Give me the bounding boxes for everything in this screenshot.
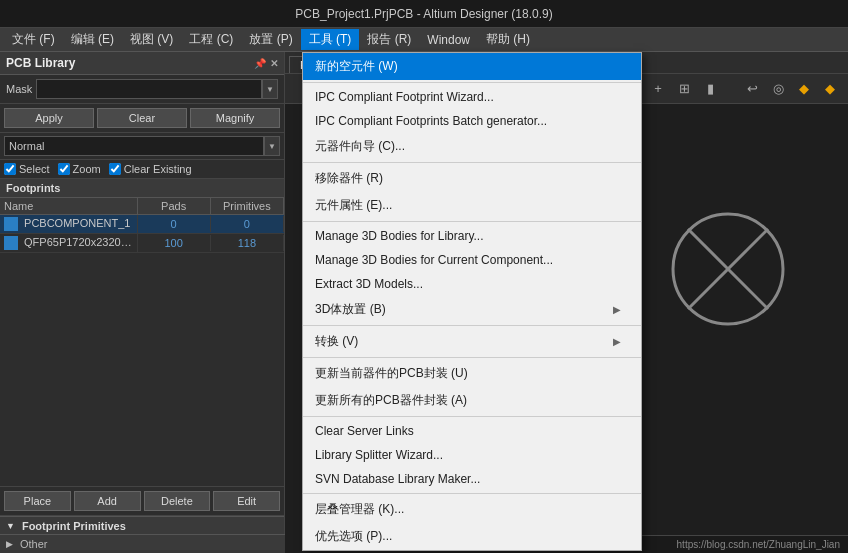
menu-tools[interactable]: 工具 (T) bbox=[301, 29, 360, 50]
drop-item-manage-3d-current[interactable]: Manage 3D Bodies for Current Component..… bbox=[303, 248, 641, 272]
pin-icon[interactable]: 📌 bbox=[254, 58, 266, 69]
drop-item-ipc-batch[interactable]: IPC Compliant Footprints Batch generator… bbox=[303, 109, 641, 133]
tools-dropdown-menu[interactable]: 新的空元件 (W)IPC Compliant Footprint Wizard.… bbox=[302, 52, 642, 551]
action-row: Place Add Delete Edit bbox=[0, 486, 284, 516]
drop-item-library-splitter[interactable]: Library Splitter Wizard... bbox=[303, 443, 641, 467]
th-primitives: Primitives bbox=[211, 198, 284, 214]
clear-button[interactable]: Clear bbox=[97, 108, 187, 128]
edit-button[interactable]: Edit bbox=[213, 491, 280, 511]
delete-button[interactable]: Delete bbox=[144, 491, 211, 511]
checkboxes-row: Select Zoom Clear Existing bbox=[0, 160, 284, 179]
drop-item-label-comp-properties: 元件属性 (E)... bbox=[315, 197, 392, 214]
mask-input[interactable] bbox=[36, 79, 262, 99]
select-label: Select bbox=[19, 163, 50, 175]
menu-view[interactable]: 视图 (V) bbox=[122, 29, 181, 50]
drop-item-label-svn-db: SVN Database Library Maker... bbox=[315, 472, 480, 486]
footprints-section: Footprints Name Pads Primitives PCBCOMPO… bbox=[0, 179, 284, 486]
drop-item-preferences[interactable]: 优先选项 (P)... bbox=[303, 523, 641, 550]
drop-item-label-ipc-wizard: IPC Compliant Footprint Wizard... bbox=[315, 90, 494, 104]
drop-item-comp-wizard[interactable]: 元器件向导 (C)... bbox=[303, 133, 641, 160]
drop-item-label-3d-place: 3D体放置 (B) bbox=[315, 301, 386, 318]
drop-item-label-library-splitter: Library Splitter Wizard... bbox=[315, 448, 443, 462]
drop-item-convert[interactable]: 转换 (V)▶ bbox=[303, 328, 641, 355]
th-pads: Pads bbox=[138, 198, 211, 214]
menu-window[interactable]: Window bbox=[419, 31, 478, 49]
undo-icon[interactable]: ↩ bbox=[742, 79, 762, 99]
drop-item-comp-properties[interactable]: 元件属性 (E)... bbox=[303, 192, 641, 219]
drop-item-remove-component[interactable]: 移除器件 (R) bbox=[303, 165, 641, 192]
drop-item-clear-server[interactable]: Clear Server Links bbox=[303, 419, 641, 443]
menu-separator-5 bbox=[303, 162, 641, 163]
menu-reports[interactable]: 报告 (R) bbox=[359, 29, 419, 50]
component-icon-1 bbox=[4, 236, 18, 250]
grid-icon[interactable]: ⊞ bbox=[674, 79, 694, 99]
chart-icon[interactable]: ▮ bbox=[700, 79, 720, 99]
mask-dropdown-arrow[interactable]: ▼ bbox=[262, 79, 278, 99]
clear-existing-label: Clear Existing bbox=[124, 163, 192, 175]
select-checkbox-label: Select bbox=[4, 163, 50, 175]
x-circle-decoration bbox=[668, 209, 788, 329]
td-name-1: QFP65P1720x2320x245- bbox=[0, 234, 138, 252]
component-icon-0 bbox=[4, 217, 18, 231]
td-pads-0: 0 bbox=[138, 216, 211, 232]
drop-item-manage-3d-lib[interactable]: Manage 3D Bodies for Library... bbox=[303, 224, 641, 248]
drop-item-label-remove-component: 移除器件 (R) bbox=[315, 170, 383, 187]
drop-item-new-component[interactable]: 新的空元件 (W) bbox=[303, 53, 641, 80]
other-section: ▶ Other bbox=[0, 534, 285, 553]
submenu-arrow-icon: ▶ bbox=[613, 336, 621, 347]
drop-item-label-convert: 转换 (V) bbox=[315, 333, 358, 350]
panel-header-icons: 📌 ✕ bbox=[254, 58, 278, 69]
add-icon[interactable]: + bbox=[648, 79, 668, 99]
normal-select[interactable] bbox=[4, 136, 264, 156]
drop-item-label-extract-3d: Extract 3D Models... bbox=[315, 277, 423, 291]
select-checkbox[interactable] bbox=[4, 163, 16, 175]
menu-help[interactable]: 帮助 (H) bbox=[478, 29, 538, 50]
menu-place[interactable]: 放置 (P) bbox=[241, 29, 300, 50]
zoom-checkbox-label: Zoom bbox=[58, 163, 101, 175]
drop-item-extract-3d[interactable]: Extract 3D Models... bbox=[303, 272, 641, 296]
td-pads-1: 100 bbox=[138, 235, 211, 251]
menu-separator-18 bbox=[303, 416, 641, 417]
close-panel-icon[interactable]: ✕ bbox=[270, 58, 278, 69]
pin3-icon[interactable]: ◆ bbox=[820, 79, 840, 99]
drop-item-update-pcb-current[interactable]: 更新当前器件的PCB封装 (U) bbox=[303, 360, 641, 387]
table-row[interactable]: PCBCOMPONENT_1 0 0 bbox=[0, 215, 284, 234]
panel-header: PCB Library 📌 ✕ bbox=[0, 52, 284, 75]
td-name-0: PCBCOMPONENT_1 bbox=[0, 215, 138, 233]
menu-separator-22 bbox=[303, 493, 641, 494]
zoom-checkbox[interactable] bbox=[58, 163, 70, 175]
table-header: Name Pads Primitives bbox=[0, 198, 284, 215]
place-button[interactable]: Place bbox=[4, 491, 71, 511]
magnify-button[interactable]: Magnify bbox=[190, 108, 280, 128]
pin2-icon[interactable]: ◆ bbox=[794, 79, 814, 99]
status-text: https://blog.csdn.net/ZhuangLin_Jian bbox=[677, 539, 840, 550]
menu-project[interactable]: 工程 (C) bbox=[181, 29, 241, 50]
normal-dropdown-arrow[interactable]: ▼ bbox=[264, 136, 280, 156]
drop-item-label-update-pcb-current: 更新当前器件的PCB封装 (U) bbox=[315, 365, 468, 382]
add-button[interactable]: Add bbox=[74, 491, 141, 511]
drop-item-update-pcb-all[interactable]: 更新所有的PCB器件封装 (A) bbox=[303, 387, 641, 414]
menu-bar: 文件 (F) 编辑 (E) 视图 (V) 工程 (C) 放置 (P) 工具 (T… bbox=[0, 28, 848, 52]
td-prims-0: 0 bbox=[211, 216, 284, 232]
table-row[interactable]: QFP65P1720x2320x245- 100 118 bbox=[0, 234, 284, 253]
mask-row: Mask ▼ bbox=[0, 75, 284, 104]
normal-row: ▼ bbox=[0, 133, 284, 160]
drop-item-3d-place[interactable]: 3D体放置 (B)▶ bbox=[303, 296, 641, 323]
menu-file[interactable]: 文件 (F) bbox=[4, 29, 63, 50]
left-panel: PCB Library 📌 ✕ Mask ▼ Apply Clear Magni… bbox=[0, 52, 285, 553]
apply-button[interactable]: Apply bbox=[4, 108, 94, 128]
footprints-section-title: Footprints bbox=[0, 179, 284, 198]
drop-item-label-update-pcb-all: 更新所有的PCB器件封装 (A) bbox=[315, 392, 467, 409]
drop-item-label-clear-server: Clear Server Links bbox=[315, 424, 414, 438]
menu-edit[interactable]: 编辑 (E) bbox=[63, 29, 122, 50]
drop-item-ipc-wizard[interactable]: IPC Compliant Footprint Wizard... bbox=[303, 85, 641, 109]
target-icon[interactable]: ◎ bbox=[768, 79, 788, 99]
zoom-label: Zoom bbox=[73, 163, 101, 175]
drop-item-layer-mgr[interactable]: 层叠管理器 (K)... bbox=[303, 496, 641, 523]
drop-item-label-manage-3d-current: Manage 3D Bodies for Current Component..… bbox=[315, 253, 553, 267]
clear-existing-checkbox[interactable] bbox=[109, 163, 121, 175]
drop-item-label-ipc-batch: IPC Compliant Footprints Batch generator… bbox=[315, 114, 547, 128]
th-name: Name bbox=[0, 198, 138, 214]
gap-icon bbox=[726, 79, 736, 99]
drop-item-svn-db[interactable]: SVN Database Library Maker... bbox=[303, 467, 641, 491]
